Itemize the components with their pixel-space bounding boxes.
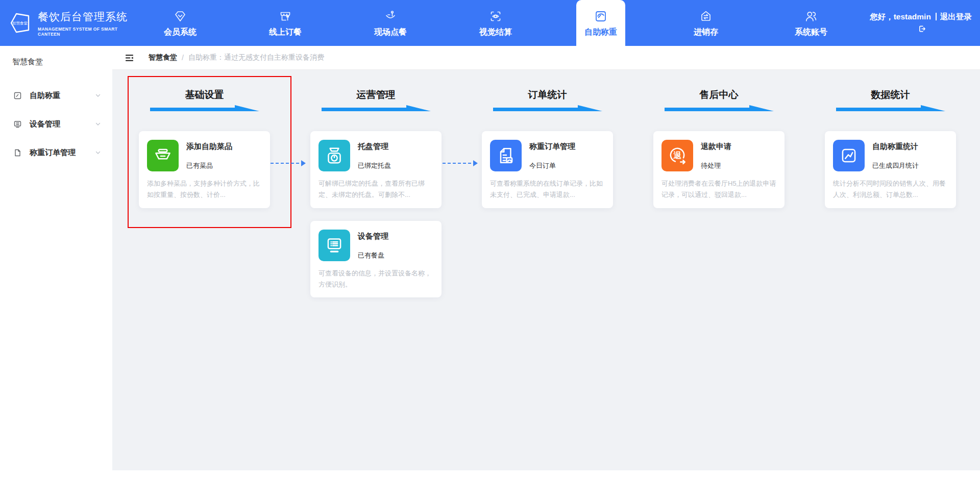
card-device-management[interactable]: 设备管理 已有餐盘 可查看设备的信息，并设置设备名称，方便识别。: [310, 221, 442, 298]
nav-item-label: 会员系统: [164, 27, 197, 38]
nav-user-area: 您好，testadmin退出登录: [868, 0, 980, 46]
card-refund-request[interactable]: 退 退款申请 待处理 可处理消费者在云餐厅H5上的退款申请记录，可以通过、驳回退…: [653, 131, 785, 208]
column-order-statistics: 订单统计 称: [482, 89, 613, 470]
card-title: 退款申请: [701, 142, 731, 152]
column-operations: 运营管理 托盘管理: [310, 89, 442, 470]
app-title: 餐饮后台管理系统: [38, 10, 128, 24]
header-arrow-icon: [836, 105, 945, 112]
order-document-icon: [13, 148, 22, 157]
header-arrow-icon: [665, 105, 774, 112]
card-add-self-service-dish[interactable]: 添加自助菜品 已有菜品 添加多种菜品，支持多种计价方式，比如按重量、按份数、计价…: [139, 131, 270, 208]
tray-scale-icon: [318, 140, 350, 171]
card-title: 自助称重统计: [872, 142, 919, 152]
nav-item-label: 现场点餐: [374, 27, 407, 38]
nav-item-system-accounts[interactable]: 系统账号: [758, 0, 864, 46]
card-status: 已有菜品: [186, 161, 232, 170]
header-arrow-icon: [322, 105, 431, 112]
sidebar-item-label: 称重订单管理: [30, 148, 76, 158]
column-after-sales: 售后中心 退 退款申请 待处理: [653, 89, 785, 470]
sidebar: 智慧食堂 自助称重 设备管理: [0, 46, 112, 478]
brand: 智慧食堂 餐饮后台管理系统 MANAGEMENT SYSTEM OF SMART…: [0, 0, 128, 46]
nav-items: 会员系统 线上订餐 现场点餐: [128, 0, 864, 46]
device-monitor-icon: [318, 230, 350, 261]
card-title: 称重订单管理: [529, 142, 575, 152]
card-status: 已有餐盘: [358, 251, 388, 260]
nav-item-onsite-ordering[interactable]: 现场点餐: [338, 0, 443, 46]
sidebar-item-label: 设备管理: [30, 119, 60, 129]
card-title: 添加自助菜品: [186, 142, 232, 152]
breadcrumb-current: 自助称重：通过无感支付自主称重设备消费: [188, 53, 324, 62]
card-description: 可处理消费者在云餐厅H5上的退款申请记录，可以通过、驳回退款...: [662, 178, 776, 201]
storefront-icon: [278, 8, 292, 23]
dish-icon: [147, 140, 179, 171]
sidebar-item-weighing-orders[interactable]: 称重订单管理: [0, 138, 112, 167]
vision-scan-icon: [488, 8, 503, 23]
card-description: 添加多种菜品，支持多种计价方式，比如按重量、按份数、计价...: [147, 178, 262, 201]
user-greeting: 您好，testadmin: [870, 12, 931, 21]
weigh-order-icon: [490, 140, 522, 171]
nav-item-label: 进销存: [694, 27, 718, 38]
sidebar-menu: 自助称重 设备管理: [0, 81, 112, 167]
card-description: 可查看称重系统的在线订单记录，比如未支付、已完成、申请退款...: [490, 178, 605, 201]
card-status: 已绑定托盘: [358, 161, 391, 170]
column-header: 运营管理: [310, 89, 442, 100]
card-description: 统计分析不同时间段的销售人次、用餐人次、利润总额、订单总数...: [833, 178, 948, 201]
svg-text:智慧食堂: 智慧食堂: [12, 21, 28, 26]
nav-item-label: 线上订餐: [269, 27, 302, 38]
chevron-down-icon: [95, 149, 101, 156]
column-header: 基础设置: [139, 89, 270, 100]
nav-item-self-weighing[interactable]: 自助称重: [576, 0, 625, 46]
card-weighing-order-management[interactable]: 称重订单管理 今日订单 可查看称重系统的在线订单记录，比如未支付、已完成、申请退…: [482, 131, 613, 208]
weighing-scale-icon: [13, 91, 22, 100]
device-monitor-icon: [13, 120, 22, 129]
column-header: 数据统计: [825, 89, 956, 100]
card-title: 设备管理: [358, 232, 388, 241]
header-arrow-icon: [493, 105, 602, 112]
nav-item-label: 自助称重: [584, 27, 617, 38]
nav-item-online-ordering[interactable]: 线上订餐: [233, 0, 338, 46]
svg-text:退: 退: [673, 151, 681, 160]
stats-chart-icon: [833, 140, 865, 171]
nav-item-vision-checkout[interactable]: 视觉结算: [443, 0, 548, 46]
divider: [936, 13, 937, 20]
chevron-down-icon: [95, 92, 101, 98]
column-header: 售后中心: [653, 89, 785, 100]
card-description: 可查看设备的信息，并设置设备名称，方便识别。: [318, 268, 433, 291]
flow-arrow-icon: [443, 163, 476, 164]
card-tray-management[interactable]: 托盘管理 已绑定托盘 可解绑已绑定的托盘，查看所有已绑定、未绑定的托盘。可删除不…: [310, 131, 442, 208]
breadcrumb-separator: /: [182, 54, 184, 62]
inventory-house-icon: [699, 8, 713, 23]
sidebar-item-self-weighing[interactable]: 自助称重: [0, 81, 112, 110]
flow-arrow-icon: [271, 163, 304, 164]
card-weighing-statistics[interactable]: 自助称重统计 已生成四月统计 统计分析不同时间段的销售人次、用餐人次、利润总额、…: [825, 131, 956, 208]
refund-icon: 退: [662, 140, 693, 171]
workflow-board: 基础设置 添加自助菜品 已有菜品: [112, 70, 980, 470]
top-nav: 智慧食堂 餐饮后台管理系统 MANAGEMENT SYSTEM OF SMART…: [0, 0, 980, 46]
card-status: 今日订单: [529, 161, 575, 170]
card-description: 可解绑已绑定的托盘，查看所有已绑定、未绑定的托盘。可删除不...: [318, 178, 433, 201]
sidebar-item-label: 自助称重: [30, 91, 60, 100]
weighing-scale-icon: [594, 8, 608, 23]
sidebar-title: 智慧食堂: [0, 46, 112, 67]
chevron-down-icon: [95, 121, 101, 127]
card-status: 待处理: [701, 161, 731, 170]
gem-member-icon: [173, 8, 187, 23]
nav-item-member-system[interactable]: 会员系统: [128, 0, 233, 46]
app-subtitle: MANAGEMENT SYSTEM OF SMART CANTEEN: [38, 27, 128, 37]
sidebar-item-device-management[interactable]: 设备管理: [0, 110, 112, 138]
nav-item-label: 系统账号: [795, 27, 827, 38]
logout-icon: [918, 25, 926, 33]
brand-logo-icon: 智慧食堂: [8, 11, 32, 35]
column-header: 订单统计: [482, 89, 613, 100]
nav-item-label: 视觉结算: [479, 27, 512, 38]
column-basic-settings: 基础设置 添加自助菜品 已有菜品: [139, 89, 270, 470]
breadcrumb-bar: 智慧食堂 / 自助称重：通过无感支付自主称重设备消费: [112, 46, 980, 70]
nav-item-inventory[interactable]: 进销存: [653, 0, 758, 46]
card-status: 已生成四月统计: [872, 161, 919, 170]
sidebar-collapse-icon[interactable]: [125, 53, 134, 63]
header-arrow-icon: [150, 105, 259, 112]
card-title: 托盘管理: [358, 142, 391, 152]
breadcrumb-root[interactable]: 智慧食堂: [149, 53, 177, 62]
accounts-people-icon: [804, 8, 818, 23]
column-data-statistics: 数据统计 自助称重统计 已生成四月统计: [825, 89, 956, 470]
